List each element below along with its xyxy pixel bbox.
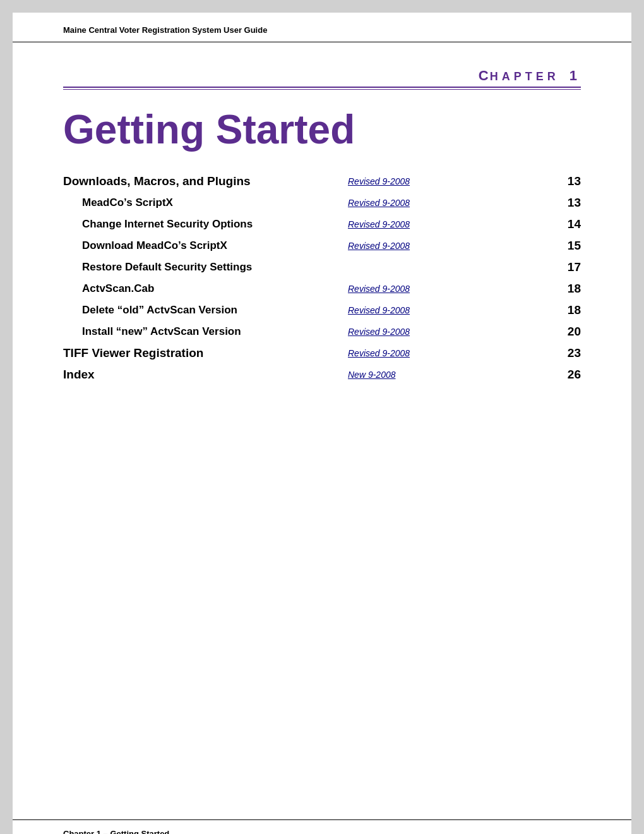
toc-entry-title: ActvScan.Cab [63,278,348,299]
toc-entry-title: TIFF Viewer Registration [63,342,348,364]
chapter-word: CHAPTER [479,68,559,83]
footer-text: Chapter 1 – Getting Started [63,829,169,834]
toc-entry-page: 20 [529,321,581,342]
toc-entry-revised [348,257,529,278]
toc-row: ActvScan.CabRevised 9-200818 [63,278,581,299]
toc-entry-page: 26 [529,364,581,385]
toc-entry-page: 13 [529,192,581,214]
toc-entry-title: Restore Default Security Settings [63,257,348,278]
toc-entry-revised[interactable]: Revised 9-2008 [348,192,529,214]
toc-entry-page: 15 [529,235,581,257]
toc-entry-revised[interactable]: Revised 9-2008 [348,214,529,235]
toc-entry-revised[interactable]: Revised 9-2008 [348,171,529,192]
chapter-number: 1 [569,68,581,83]
page-title: Getting Started [63,107,581,152]
toc-entry-title: Delete “old” ActvScan Version [63,299,348,321]
toc-table: Downloads, Macros, and PluginsRevised 9-… [63,171,581,385]
toc-row: IndexNew 9-200826 [63,364,581,385]
toc-entry-revised[interactable]: Revised 9-2008 [348,278,529,299]
toc-entry-page: 23 [529,342,581,364]
toc-entry-revised[interactable]: Revised 9-2008 [348,321,529,342]
toc-row: Install “new” ActvScan VersionRevised 9-… [63,321,581,342]
toc-row: Downloads, Macros, and PluginsRevised 9-… [63,171,581,192]
toc-entry-page: 18 [529,278,581,299]
toc-entry-page: 17 [529,257,581,278]
toc-entry-page: 14 [529,214,581,235]
toc-row: Download MeadCo’s ScriptXRevised 9-20081… [63,235,581,257]
toc-entry-revised[interactable]: Revised 9-2008 [348,235,529,257]
page: Maine Central Voter Registration System … [13,13,631,834]
toc-entry-title: MeadCo’s ScriptX [63,192,348,214]
header-title: Maine Central Voter Registration System … [63,25,267,35]
page-content: CHAPTER 1 Getting Started Downloads, Mac… [13,42,631,819]
page-footer: Chapter 1 – Getting Started [13,819,631,834]
chapter-divider-bottom [63,89,581,90]
toc-entry-revised[interactable]: New 9-2008 [348,364,529,385]
toc-entry-title: Install “new” ActvScan Version [63,321,348,342]
chapter-divider-top [63,87,581,88]
chapter-label: CHAPTER 1 [63,68,581,84]
toc-entry-title: Index [63,364,348,385]
toc-row: MeadCo’s ScriptXRevised 9-200813 [63,192,581,214]
toc-row: Delete “old” ActvScan VersionRevised 9-2… [63,299,581,321]
toc-entry-page: 18 [529,299,581,321]
toc-entry-revised[interactable]: Revised 9-2008 [348,342,529,364]
toc-entry-title: Download MeadCo’s ScriptX [63,235,348,257]
toc-row: Change Internet Security OptionsRevised … [63,214,581,235]
toc-entry-page: 13 [529,171,581,192]
toc-entry-title: Change Internet Security Options [63,214,348,235]
toc-row: TIFF Viewer RegistrationRevised 9-200823 [63,342,581,364]
toc-entry-title: Downloads, Macros, and Plugins [63,171,348,192]
page-header: Maine Central Voter Registration System … [13,13,631,42]
toc-row: Restore Default Security Settings17 [63,257,581,278]
toc-entry-revised[interactable]: Revised 9-2008 [348,299,529,321]
